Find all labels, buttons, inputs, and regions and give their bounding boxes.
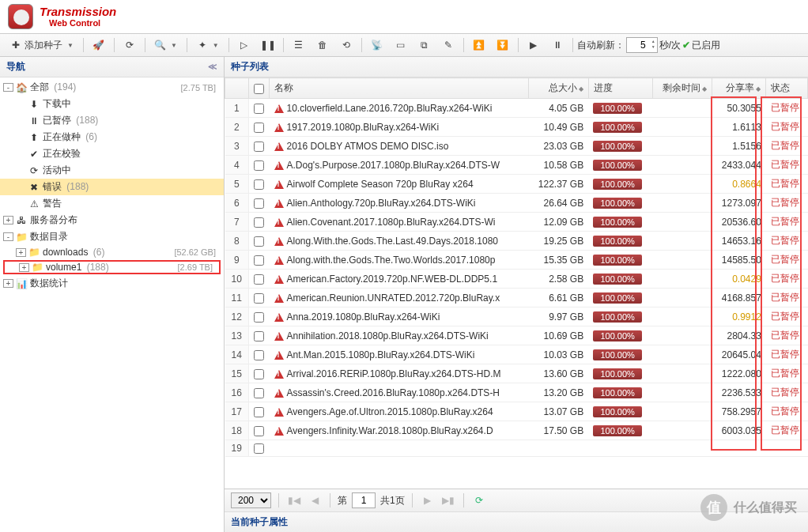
col-ratio[interactable]: 分享率◆ xyxy=(712,78,766,99)
reload-button[interactable]: ⟳ xyxy=(119,36,141,54)
col-checkbox[interactable] xyxy=(249,78,270,99)
expand-icon[interactable] xyxy=(16,183,26,191)
sidebar-item-8[interactable]: +🖧服务器分布 xyxy=(0,212,224,228)
row-checkbox[interactable] xyxy=(254,160,264,171)
row-checkbox[interactable] xyxy=(254,255,264,266)
row-checkbox[interactable] xyxy=(254,443,264,454)
table-row[interactable]: 11American.Reunion.UNRATED.2012.720p.Blu… xyxy=(225,289,808,308)
row-checkbox[interactable] xyxy=(254,350,264,360)
pause-all-button[interactable]: ⏸ xyxy=(546,36,568,54)
speed-down-button[interactable]: ⏬ xyxy=(492,36,514,54)
expand-icon[interactable]: - xyxy=(3,232,13,241)
sidebar-item-7[interactable]: ⚠警告 xyxy=(0,195,224,212)
row-checkbox[interactable] xyxy=(254,123,264,133)
expand-icon[interactable]: - xyxy=(3,83,13,92)
sidebar-item-3[interactable]: ⬆正在做种 (6) xyxy=(0,129,224,145)
row-checkbox[interactable] xyxy=(254,179,264,190)
pause-button[interactable]: ❚❚ xyxy=(257,36,279,54)
row-checkbox[interactable] xyxy=(254,104,264,114)
last-page-button[interactable]: ▶▮ xyxy=(440,492,456,508)
expand-icon[interactable] xyxy=(16,199,26,208)
expand-icon[interactable] xyxy=(16,149,26,158)
table-row[interactable]: 13Annihilation.2018.1080p.BluRay.x264.DT… xyxy=(225,326,808,345)
col-progress[interactable]: 进度 xyxy=(588,78,652,99)
table-row[interactable]: 9Along.with.the.Gods.The.Two.Worlds.2017… xyxy=(225,251,808,270)
sidebar-item-12[interactable]: +📊数据统计 xyxy=(0,275,224,292)
table-row[interactable]: 8Along.With.the.Gods.The.Last.49.Days.20… xyxy=(225,232,808,251)
col-index[interactable] xyxy=(225,78,249,99)
row-checkbox[interactable] xyxy=(254,293,264,304)
add-torrent-button[interactable]: ✚ 添加种子 ▼ xyxy=(5,36,79,55)
refresh-interval-input[interactable] xyxy=(626,37,658,53)
next-page-button[interactable]: ▶ xyxy=(420,492,436,508)
row-checkbox[interactable] xyxy=(254,369,264,379)
col-name[interactable]: 名称 xyxy=(270,78,529,99)
page-size-select[interactable]: 200 xyxy=(231,492,271,508)
table-row[interactable]: 10American.Factory.2019.720p.NF.WEB-DL.D… xyxy=(225,270,808,289)
sidebar-item-10[interactable]: +📁downloads (6)[52.62 GB] xyxy=(0,245,224,259)
row-checkbox[interactable] xyxy=(254,141,264,152)
copy-button[interactable]: ⧉ xyxy=(413,36,436,54)
expand-icon[interactable]: + xyxy=(3,279,13,288)
page-number-input[interactable] xyxy=(352,492,376,508)
sidebar-item-1[interactable]: ⬇下载中 xyxy=(0,96,224,112)
row-checkbox[interactable] xyxy=(254,426,264,436)
reload-page-button[interactable]: ⟳ xyxy=(471,492,487,508)
table-row[interactable]: 21917.2019.1080p.BluRay.x264-WiKi10.49 G… xyxy=(225,118,808,137)
search-button[interactable]: 🔍▼ xyxy=(149,36,183,54)
first-page-button[interactable]: ▮◀ xyxy=(286,492,302,508)
start-button[interactable]: 🚀 xyxy=(88,36,110,54)
table-row[interactable]: 32016 DOLBY ATMOS DEMO DISC.iso23.03 GB1… xyxy=(225,137,808,156)
expand-icon[interactable]: + xyxy=(19,263,29,272)
row-checkbox[interactable] xyxy=(254,236,264,247)
rename-button[interactable]: ✎ xyxy=(437,36,459,54)
table-row[interactable]: 17Avengers.Age.of.Ultron.2015.1080p.BluR… xyxy=(225,402,808,421)
expand-icon[interactable] xyxy=(16,100,26,108)
play-all-button[interactable]: ▶ xyxy=(523,36,545,54)
sidebar-item-6[interactable]: ✖错误 (188) xyxy=(0,179,224,195)
table-row[interactable]: 4A.Dog's.Purpose.2017.1080p.BluRay.x264.… xyxy=(225,156,808,175)
sidebar-item-4[interactable]: ✔正在校验 xyxy=(0,145,224,162)
sidebar-item-5[interactable]: ⟳活动中 xyxy=(0,162,224,179)
speed-up-button[interactable]: ⏫ xyxy=(468,36,490,54)
table-row[interactable]: 19 xyxy=(225,440,808,457)
play-button[interactable]: ▷ xyxy=(233,36,255,54)
recheck-button[interactable]: ⟲ xyxy=(335,36,357,54)
table-row[interactable]: 18Avengers.Infinity.War.2018.1080p.BluRa… xyxy=(225,421,808,440)
row-checkbox[interactable] xyxy=(254,217,264,228)
table-row[interactable]: 15Arrival.2016.RERiP.1080p.BluRay.x264.D… xyxy=(225,364,808,383)
sidebar-item-2[interactable]: ⏸已暂停 (188) xyxy=(0,112,224,129)
table-row[interactable]: 5Airwolf Complete Season 720p BluRay x26… xyxy=(225,175,808,194)
sidebar-item-11[interactable]: +📁volume1 (188)[2.69 TB] xyxy=(0,259,224,275)
select-all-checkbox[interactable] xyxy=(254,84,264,94)
expand-icon[interactable] xyxy=(16,133,26,141)
table-row[interactable]: 7Alien.Covenant.2017.1080p.BluRay.x264.D… xyxy=(225,213,808,232)
sidebar-item-9[interactable]: -📁数据目录 xyxy=(0,228,224,245)
prev-page-button[interactable]: ◀ xyxy=(307,492,323,508)
col-size[interactable]: 总大小◆ xyxy=(528,78,588,99)
collapse-icon[interactable]: ≪ xyxy=(208,62,217,72)
plugins-button[interactable]: ✦▼ xyxy=(191,36,225,54)
location-button[interactable]: ▭ xyxy=(390,36,412,54)
row-checkbox[interactable] xyxy=(254,312,264,323)
col-remaining[interactable]: 剩余时间◆ xyxy=(652,78,712,99)
table-row[interactable]: 110.cloverfield.Lane.2016.720p.BluRay.x2… xyxy=(225,99,808,118)
expand-icon[interactable]: + xyxy=(16,248,26,257)
row-checkbox[interactable] xyxy=(254,388,264,398)
expand-icon[interactable]: + xyxy=(3,216,13,224)
table-row[interactable]: 12Anna.2019.1080p.BluRay.x264-WiKi9.97 G… xyxy=(225,308,808,326)
row-checkbox[interactable] xyxy=(254,274,264,285)
table-row[interactable]: 6Alien.Anthology.720p.BluRay.x264.DTS-Wi… xyxy=(225,194,808,213)
row-checkbox[interactable] xyxy=(254,407,264,417)
sidebar-item-0[interactable]: -🏠全部 (194)[2.75 TB] xyxy=(0,79,224,96)
delete-button[interactable]: 🗑 xyxy=(311,36,334,54)
row-checkbox[interactable] xyxy=(254,331,264,341)
announce-button[interactable]: 📡 xyxy=(366,36,388,54)
row-checkbox[interactable] xyxy=(254,198,264,209)
expand-icon[interactable] xyxy=(16,116,26,125)
table-row[interactable]: 16Assassin's.Creed.2016.BluRay.1080p.x26… xyxy=(225,383,808,402)
expand-icon[interactable] xyxy=(16,166,26,175)
col-status[interactable]: 状态 xyxy=(766,78,808,99)
table-row[interactable]: 14Ant.Man.2015.1080p.BluRay.x264.DTS-WiK… xyxy=(225,345,808,364)
verify-button[interactable]: ☰ xyxy=(288,36,310,54)
